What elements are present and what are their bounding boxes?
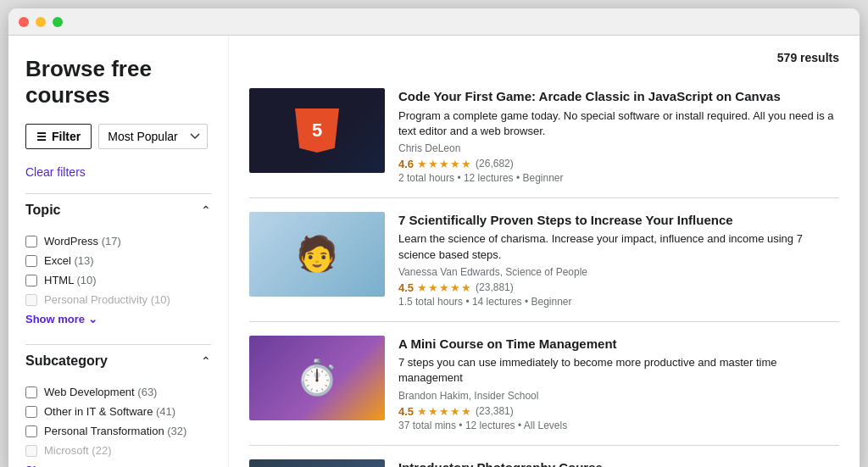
filter-label: Filter (52, 130, 81, 143)
course-info-4: Introductory Photography Course The fast… (398, 459, 839, 467)
subcategory-section-header[interactable]: Subcategory ⌃ (25, 344, 211, 377)
page-title: Browse free courses (25, 56, 211, 108)
topic-label-personal-productivity: Personal Productivity (10) (44, 293, 170, 306)
subcategory-checkbox-other-it[interactable] (25, 406, 37, 418)
topic-checkbox-excel[interactable] (25, 255, 37, 267)
toolbar: ☰ Filter Most Popular Newest Highest Rat… (25, 124, 211, 149)
rating-num-2: 4.5 (398, 281, 414, 294)
person-icon: 🧑 (296, 234, 338, 274)
clear-filters-link[interactable]: Clear filters (25, 165, 86, 179)
course-list: 5 Code Your First Game: Arcade Classic i… (249, 75, 839, 467)
minimize-dot[interactable] (36, 17, 46, 27)
filter-button[interactable]: ☰ Filter (25, 124, 92, 149)
results-count: 579 results (777, 51, 839, 64)
course-thumb-2: 🧑 (249, 212, 385, 297)
topic-show-more-icon: ⌄ (88, 313, 97, 325)
subcategory-item-web-dev[interactable]: Web Development (63) (25, 382, 211, 402)
topic-item-wordpress[interactable]: WordPress (17) (25, 231, 211, 251)
sidebar: Browse free courses ☰ Filter Most Popula… (8, 36, 229, 467)
course-instructor-1: Chris DeLeon (398, 142, 839, 154)
topic-show-more-button[interactable]: Show more ⌄ (25, 313, 97, 325)
stars-3: ★★★★★ (417, 405, 472, 418)
course-instructor-3: Brandon Hakim, Insider School (398, 390, 839, 402)
rating-row-2: 4.5 ★★★★★ (23,881) (398, 281, 839, 294)
subcategory-checkbox-web-dev[interactable] (25, 386, 37, 398)
rating-row-1: 4.6 ★★★★★ (26,682) (398, 158, 839, 170)
subcategory-label-microsoft: Microsoft (22) (44, 444, 111, 457)
topic-section-header[interactable]: Topic ⌃ (25, 193, 211, 226)
titlebar (8, 8, 860, 36)
subcategory-item-transformation[interactable]: Personal Transformation (32) (25, 421, 211, 441)
topic-item-excel[interactable]: Excel (13) (25, 251, 211, 270)
course-card-4[interactable]: 📷 Introductory Photography Course The fa… (249, 446, 839, 467)
subcategory-chevron-icon: ⌃ (201, 354, 211, 368)
subcategory-section: Subcategory ⌃ Web Development (63) Other… (25, 344, 211, 467)
course-meta-1: 2 total hours • 12 lectures • Beginner (398, 172, 839, 184)
stars-2: ★★★★★ (417, 281, 472, 294)
course-title-4: Introductory Photography Course (398, 459, 839, 467)
topic-chevron-icon: ⌃ (201, 203, 211, 217)
rating-count-2: (23,881) (476, 281, 514, 293)
main-content: 579 results 5 Code Your First Game: Arca… (229, 36, 860, 467)
course-thumb-4: 📷 (249, 459, 385, 467)
maximize-dot[interactable] (53, 17, 63, 27)
subcategory-show-more-button[interactable]: Show more ⌄ (25, 464, 97, 467)
subcategory-label-transformation: Personal Transformation (32) (44, 425, 186, 437)
subcategory-item-other-it[interactable]: Other in IT & Software (41) (25, 402, 211, 421)
topic-checkbox-wordpress[interactable] (25, 236, 37, 247)
course-info-1: Code Your First Game: Arcade Classic in … (398, 88, 839, 184)
rating-row-3: 4.5 ★★★★★ (23,381) (398, 405, 839, 418)
app-window: Browse free courses ☰ Filter Most Popula… (8, 8, 860, 467)
topic-show-more-label: Show more (25, 313, 85, 325)
topic-label-wordpress: WordPress (17) (44, 235, 121, 247)
subcategory-item-microsoft: Microsoft (22) (25, 441, 211, 460)
clock-icon: ⏱️ (296, 358, 338, 398)
rating-count-3: (23,381) (476, 405, 514, 417)
content-area: Browse free courses ☰ Filter Most Popula… (8, 36, 860, 467)
topic-item-html[interactable]: HTML (10) (25, 270, 211, 290)
subcategory-label-web-dev: Web Development (63) (44, 386, 157, 398)
subcategory-show-more-label: Show more (25, 464, 85, 467)
topic-label-excel: Excel (13) (44, 254, 94, 267)
course-desc-1: Program a complete game today. No specia… (398, 108, 839, 139)
course-info-3: A Mini Course on Time Management 7 steps… (398, 336, 839, 431)
subcategory-label-other-it: Other in IT & Software (41) (44, 405, 175, 418)
rating-num-1: 4.6 (398, 158, 414, 170)
course-instructor-2: Vanessa Van Edwards, Science of People (398, 266, 839, 278)
stars-1: ★★★★★ (417, 158, 472, 170)
topic-title: Topic (25, 203, 60, 218)
topic-item-personal-productivity: Personal Productivity (10) (25, 290, 211, 309)
topic-items: WordPress (17) Excel (13) HTML (10) Pers… (25, 226, 211, 331)
topic-checkbox-personal-productivity (25, 294, 37, 306)
course-meta-3: 37 total mins • 12 lectures • All Levels (398, 420, 839, 431)
topic-checkbox-html[interactable] (25, 275, 37, 286)
html5-icon: 5 (295, 108, 339, 153)
course-thumb-3: ⏱️ (249, 336, 385, 420)
subcategory-show-more-icon: ⌄ (88, 464, 97, 467)
filter-icon: ☰ (36, 131, 47, 143)
close-dot[interactable] (19, 17, 29, 27)
course-title-3: A Mini Course on Time Management (398, 336, 839, 353)
course-card-2[interactable]: 🧑 7 Scientifically Proven Steps to Incre… (249, 198, 839, 322)
sort-select[interactable]: Most Popular Newest Highest Rated (98, 124, 208, 149)
course-card-1[interactable]: 5 Code Your First Game: Arcade Classic i… (249, 75, 839, 198)
subcategory-checkbox-microsoft (25, 445, 37, 457)
subcategory-items: Web Development (63) Other in IT & Softw… (25, 377, 211, 467)
rating-count-1: (26,682) (476, 158, 514, 170)
topic-label-html: HTML (10) (44, 274, 97, 286)
subcategory-checkbox-transformation[interactable] (25, 425, 37, 437)
course-title-2: 7 Scientifically Proven Steps to Increas… (398, 212, 839, 229)
course-desc-2: Learn the science of charisma. Increase … (398, 231, 839, 262)
subcategory-title: Subcategory (25, 353, 108, 369)
course-card-3[interactable]: ⏱️ A Mini Course on Time Management 7 st… (249, 322, 839, 446)
course-info-2: 7 Scientifically Proven Steps to Increas… (398, 212, 839, 308)
topic-section: Topic ⌃ WordPress (17) Excel (13) HTML (… (25, 193, 211, 331)
top-bar: 579 results (249, 36, 839, 75)
course-thumb-1: 5 (249, 88, 385, 173)
course-meta-2: 1.5 total hours • 14 lectures • Beginner (398, 296, 839, 308)
rating-num-3: 4.5 (398, 405, 414, 418)
course-title-1: Code Your First Game: Arcade Classic in … (398, 88, 839, 105)
course-desc-3: 7 steps you can use immediately to becom… (398, 355, 839, 386)
